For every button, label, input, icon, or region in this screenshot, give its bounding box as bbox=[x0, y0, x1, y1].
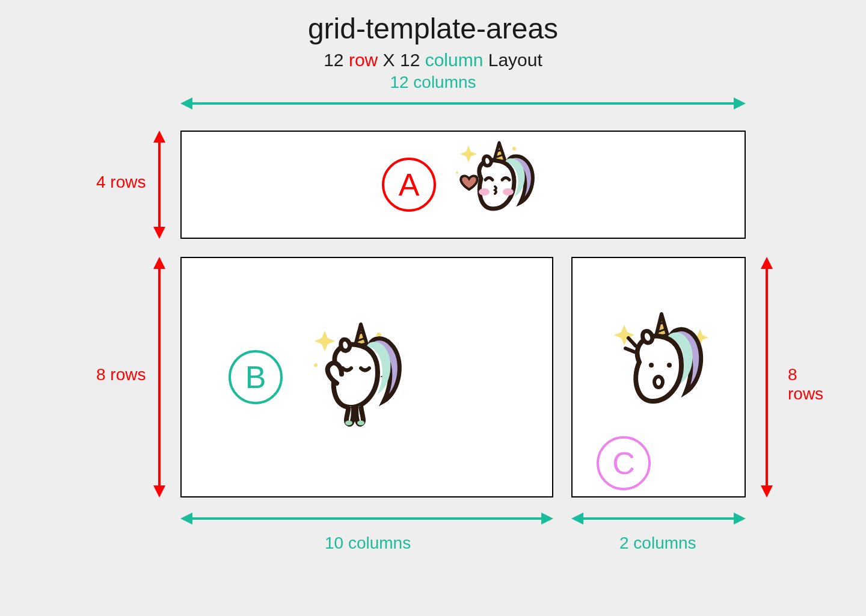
area-b-rows-label: 8 rows bbox=[96, 365, 146, 384]
svg-point-6 bbox=[512, 147, 516, 150]
svg-line-17 bbox=[628, 338, 636, 346]
svg-marker-23 bbox=[761, 257, 773, 269]
svg-line-18 bbox=[625, 348, 634, 352]
area-c-cols-label: 2 columns bbox=[619, 534, 696, 553]
svg-marker-30 bbox=[734, 513, 746, 525]
svg-marker-24 bbox=[761, 485, 773, 497]
svg-marker-5 bbox=[153, 227, 165, 239]
svg-marker-11 bbox=[153, 257, 165, 269]
svg-point-20 bbox=[667, 363, 672, 368]
svg-marker-29 bbox=[571, 513, 583, 525]
arrow-bottom-b-icon bbox=[180, 510, 553, 534]
svg-marker-1 bbox=[180, 97, 192, 109]
area-a-badge: A bbox=[382, 158, 436, 212]
page-title: grid-template-areas bbox=[42, 12, 824, 45]
svg-point-9 bbox=[503, 188, 514, 196]
svg-marker-12 bbox=[153, 485, 165, 497]
svg-marker-27 bbox=[541, 513, 553, 525]
grid-area-b: B bbox=[180, 257, 553, 497]
grid-template-areas-diagram: grid-template-areas 12 row X 12 column L… bbox=[42, 12, 824, 602]
unicorn-kiss-icon bbox=[448, 137, 544, 233]
svg-point-15 bbox=[345, 420, 352, 425]
arrow-left-a-icon bbox=[150, 131, 174, 239]
arrow-top-icon bbox=[180, 94, 746, 125]
arrow-bottom-c-icon bbox=[571, 510, 746, 534]
grid-area-c: C bbox=[571, 257, 746, 497]
area-c-badge: C bbox=[597, 436, 651, 490]
grid-area-a: A bbox=[180, 131, 746, 239]
svg-marker-2 bbox=[734, 97, 746, 109]
area-b-cols-label: 10 columns bbox=[325, 534, 411, 553]
unicorn-pose-icon bbox=[295, 317, 415, 437]
area-a-rows-label: 4 rows bbox=[96, 173, 146, 192]
page-subtitle: 12 row X 12 column Layout bbox=[42, 50, 824, 70]
svg-point-16 bbox=[357, 420, 364, 425]
top-columns-label: 12 columns bbox=[390, 73, 476, 92]
svg-point-14 bbox=[314, 363, 318, 367]
svg-marker-26 bbox=[180, 513, 192, 525]
arrow-right-c-icon bbox=[758, 257, 782, 497]
area-b-badge: B bbox=[229, 350, 283, 404]
svg-point-19 bbox=[649, 363, 654, 368]
svg-marker-4 bbox=[153, 131, 165, 143]
svg-point-8 bbox=[479, 188, 490, 196]
area-c-rows-label: 8 rows bbox=[788, 365, 823, 404]
unicorn-surprised-icon bbox=[598, 305, 719, 425]
svg-point-7 bbox=[456, 171, 458, 174]
arrow-left-b-icon bbox=[150, 257, 174, 497]
